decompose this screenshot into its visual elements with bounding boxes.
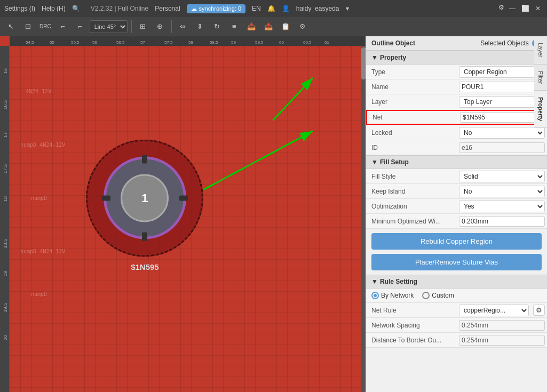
grid-tool[interactable]: ⊞ <box>136 19 150 34</box>
by-network-radio[interactable] <box>371 292 379 299</box>
optimization-row: Optimization Yes <box>366 199 547 214</box>
scrollbar-thumb[interactable] <box>361 47 366 79</box>
tab-filter[interactable]: Filter <box>534 65 547 91</box>
id-label: ID <box>366 142 457 154</box>
net-input[interactable] <box>460 112 545 123</box>
layer-select[interactable]: Top Layer <box>459 96 545 108</box>
canvas-grid: 4N24-12V numpD 4N24-12V numpD numpD 4N24… <box>10 46 366 392</box>
canvas-text-5: numpD <box>31 291 47 297</box>
name-input[interactable] <box>459 82 545 92</box>
settings-tool[interactable]: ⚙ <box>295 19 310 34</box>
by-network-label: By Network <box>381 292 414 299</box>
fill-setup-header[interactable]: ▼ Fill Setup <box>366 155 547 169</box>
locked-value: No <box>457 126 547 140</box>
min-optimized-row: Mininum Optimized Wi... <box>366 214 547 229</box>
distance-border-row: Distance To Border Ou... <box>366 333 547 348</box>
snap-tool[interactable]: ⊕ <box>153 19 168 34</box>
rebuild-copper-button[interactable]: Rebuild Copper Region <box>371 233 542 250</box>
import-tool[interactable]: 📥 <box>244 19 259 34</box>
place-remove-button[interactable]: Place/Remove Suture Vias <box>371 254 542 270</box>
min-optimized-value <box>457 215 547 228</box>
custom-option[interactable]: Custom <box>422 292 454 299</box>
flip-h-tool[interactable]: ⇔ <box>176 19 191 34</box>
distance-border-value <box>457 334 547 347</box>
net-row: Net ✕ ▾ ▸ <box>366 110 547 125</box>
rule-setting-label: Rule Setting <box>380 278 417 285</box>
net-label: Net <box>367 111 458 123</box>
fill-setup-content: Fill Style Solid Keep Island No <box>366 169 547 229</box>
keep-island-row: Keep Island No <box>366 184 547 199</box>
custom-radio[interactable] <box>422 292 430 299</box>
layer-label: Layer <box>366 96 457 108</box>
panel-header: Outline Object Selected Objects 1 <box>366 36 547 51</box>
outline-object-label: Outline Object <box>371 39 415 47</box>
line-end-tool[interactable]: ⌐ <box>73 19 88 34</box>
minimize-icon[interactable]: — <box>508 4 517 13</box>
export-tool[interactable]: 📤 <box>261 19 276 34</box>
notch-right <box>179 195 188 201</box>
fill-setup-label: Fill Setup <box>380 158 409 166</box>
align-tool[interactable]: ≡ <box>227 19 242 34</box>
notch-left <box>102 195 110 201</box>
tab-property[interactable]: Property <box>534 91 547 128</box>
id-value <box>457 141 547 154</box>
divider2 <box>171 20 172 33</box>
layer-value: Top Layer <box>457 95 547 109</box>
help-menu[interactable]: Help (H) <box>42 5 66 12</box>
notification-icon[interactable]: 🔔 <box>267 5 275 12</box>
type-select[interactable]: Copper Region <box>459 66 545 78</box>
canvas-text-2: numpD 4N24-12V <box>20 142 65 148</box>
keep-island-select[interactable]: No <box>459 186 545 197</box>
language-label[interactable]: EN <box>252 5 261 12</box>
rotate-tool[interactable]: ↻ <box>210 19 225 34</box>
user-dropdown-icon[interactable]: ▾ <box>346 5 349 12</box>
version-label: V2.2.32 | Full Online <box>91 5 149 12</box>
keep-island-value: No <box>457 185 547 198</box>
id-row: ID <box>366 140 547 155</box>
rule-setting-header[interactable]: ▼ Rule Setting <box>366 275 547 289</box>
fill-style-label: Fill Style <box>366 171 457 182</box>
fill-style-value: Solid <box>457 170 547 183</box>
network-spacing-row: Network Spacing <box>366 318 547 333</box>
optimization-label: Optimization <box>366 201 457 212</box>
angle-tool[interactable]: ⌐ <box>56 19 70 34</box>
settings-menu[interactable]: Settings (I) <box>4 5 35 12</box>
net-rule-gear-button[interactable]: ⚙ <box>533 305 545 316</box>
panel-scroll[interactable]: ▼ Property Type Copper Region <box>366 51 547 392</box>
settings-gear-icon[interactable]: ⚙ <box>498 4 504 13</box>
fill-style-row: Fill Style Solid <box>366 169 547 184</box>
selected-objects-label: Selected Objects <box>480 39 529 47</box>
vertical-scrollbar[interactable] <box>361 46 366 392</box>
net-rule-label: Net Rule <box>366 305 457 316</box>
netlist-tool[interactable]: 📋 <box>278 19 293 34</box>
tab-layer[interactable]: Layer <box>534 36 547 65</box>
sync-button[interactable]: ☁ synchronizing: 0 <box>187 4 246 13</box>
drc-tool[interactable]: DRC <box>37 19 53 34</box>
custom-label: Custom <box>432 292 454 299</box>
radio-row: By Network Custom <box>366 289 547 303</box>
line-mode-select[interactable]: Line 45° <box>90 20 128 33</box>
selected-objects-group: Selected Objects 1 <box>480 39 542 47</box>
name-label: Name <box>366 81 457 93</box>
maximize-icon[interactable]: ⬜ <box>520 4 530 13</box>
canvas-text-4: numpD 4N24-12V <box>20 249 65 254</box>
property-section-header[interactable]: ▼ Property <box>366 51 547 65</box>
plan-label: Personal <box>155 5 180 12</box>
canvas-area[interactable]: 54.5 55 55.5 56 56.5 57 57.5 58 58.5 59 … <box>0 36 366 392</box>
name-value <box>457 81 547 93</box>
flip-v-tool[interactable]: ⇕ <box>193 19 208 34</box>
net-rule-select[interactable]: copperRegio... <box>459 305 529 316</box>
rule-setting-content: By Network Custom Net Rule copperRegio..… <box>366 289 547 348</box>
pan-tool[interactable]: ⊡ <box>20 19 35 34</box>
by-network-option[interactable]: By Network <box>371 292 414 299</box>
search-icon[interactable]: 🔍 <box>72 5 80 12</box>
close-icon[interactable]: ✕ <box>533 4 543 13</box>
optimization-select[interactable]: Yes <box>459 201 545 212</box>
net-rule-row: Net Rule copperRegio... ⚙ <box>366 303 547 318</box>
min-optimized-input[interactable] <box>459 216 545 227</box>
locked-select[interactable]: No <box>459 127 545 139</box>
locked-label: Locked <box>366 127 457 139</box>
fill-style-select[interactable]: Solid <box>459 171 545 182</box>
pointer-tool[interactable]: ↖ <box>3 19 18 34</box>
property-section-label: Property <box>380 54 406 61</box>
